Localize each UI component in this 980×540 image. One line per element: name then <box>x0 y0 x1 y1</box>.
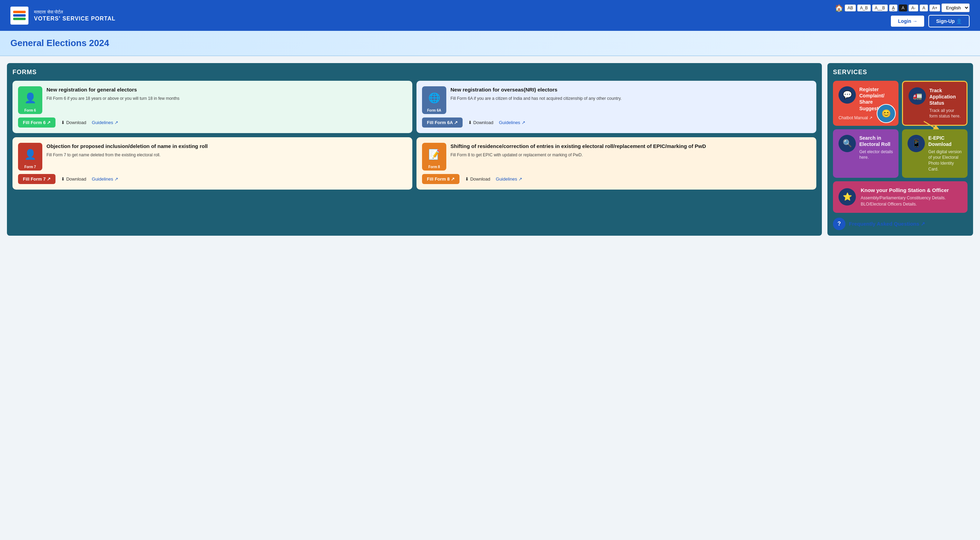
form7-icon-wrap: 👤 Form 7 <box>18 143 42 170</box>
form7-emoji: 👤 <box>24 149 37 160</box>
font-btn-ab-line[interactable]: A_B <box>857 5 871 11</box>
auth-buttons: Login → Sign-Up 👤 <box>890 15 970 27</box>
chatbot-character: 😊 <box>877 104 896 123</box>
form6-icon-wrap: 👤 Form 6 <box>18 86 42 114</box>
guidelines-form6a-link[interactable]: Guidelines ↗ <box>499 120 525 125</box>
fill-form8-button[interactable]: Fill Form 8 ↗ <box>422 174 460 184</box>
guidelines-form8-link[interactable]: Guidelines ↗ <box>496 176 522 182</box>
download-form6a-link[interactable]: ⬇ Download <box>468 120 493 125</box>
login-button[interactable]: Login → <box>890 15 925 27</box>
header-controls: 🏠 AB A_B A__B A̲ A A- A A+ English हिंदी… <box>835 3 970 27</box>
electoral-text: Search in Electoral Roll Get elector det… <box>859 135 893 160</box>
form6a-title: New registration for overseas(NRI) elect… <box>450 86 811 93</box>
form7-title: Objection for proposed inclusion/deletio… <box>46 143 407 150</box>
hindi-title: मतदाता सेवा पोर्टल <box>34 10 116 15</box>
fill-form6-button[interactable]: Fill Form 6 ↗ <box>18 118 56 127</box>
track-subtitle: Track all your form status here. <box>929 108 961 119</box>
form6a-desc: Fill Form 6A if you are a citizen of Ind… <box>450 95 811 102</box>
form6a-icon: 🌐 Form 6A <box>422 86 446 114</box>
download-form8-link[interactable]: ⬇ Download <box>465 176 490 182</box>
font-btn-a-plus[interactable]: A+ <box>929 5 940 11</box>
header-text: मतदाता सेवा पोर्टल VOTERS' SERVICE PORTA… <box>34 10 116 22</box>
fill-form6a-button[interactable]: Fill Form 6A ↗ <box>422 118 463 127</box>
electoral-icon: 🔍 <box>838 135 856 152</box>
complaint-icon: 💬 <box>838 86 856 104</box>
faq-link[interactable]: Frequently Asked Questions ↗ <box>849 221 925 227</box>
track-title: Track Application Status <box>929 87 961 106</box>
main-content: FORMS 👤 Form 6 New registration for gene… <box>0 56 980 243</box>
form6a-content: New registration for overseas(NRI) elect… <box>450 86 811 114</box>
logo <box>10 6 29 25</box>
header-left: मतदाता सेवा पोर्टल VOTERS' SERVICE PORTA… <box>10 6 116 25</box>
electoral-title: Search in Electoral Roll <box>859 135 893 147</box>
form6-card: 👤 Form 6 New registration for general el… <box>13 81 412 133</box>
forms-grid: 👤 Form 6 New registration for general el… <box>13 81 816 190</box>
faq-section: ? Frequently Asked Questions ↗ <box>833 218 967 230</box>
header: मतदाता सेवा पोर्टल VOTERS' SERVICE PORTA… <box>0 0 980 31</box>
form7-label: Form 7 <box>24 165 36 169</box>
font-controls: 🏠 AB A_B A__B A̲ A A- A A+ English हिंदी <box>835 3 970 12</box>
language-select[interactable]: English हिंदी <box>942 3 970 12</box>
epic-subtitle: Get digital version of your Electoral Ph… <box>928 149 962 172</box>
download-form6-link[interactable]: ⬇ Download <box>61 120 86 125</box>
font-btn-a-minus[interactable]: A- <box>908 5 918 11</box>
form6a-icon-wrap: 🌐 Form 6A <box>422 86 446 114</box>
banner-title: General Elections 2024 <box>10 38 970 49</box>
electoral-card[interactable]: 🔍 Search in Electoral Roll Get elector d… <box>833 129 899 178</box>
form6-content: New registration for general electors Fi… <box>46 86 407 114</box>
polling-title: Know your Polling Station & Officer <box>861 187 949 194</box>
epic-icon: 📱 <box>907 135 925 152</box>
form6a-card: 🌐 Form 6A New registration for overseas(… <box>417 81 816 133</box>
forms-section: FORMS 👤 Form 6 New registration for gene… <box>7 63 822 236</box>
form8-content: Shifting of residence/correction of entr… <box>450 143 811 170</box>
guidelines-form6-link[interactable]: Guidelines ↗ <box>92 120 118 125</box>
form7-desc: Fill Form 7 to get name deleted from the… <box>46 152 407 158</box>
english-title: VOTERS' SERVICE PORTAL <box>34 16 116 22</box>
fill-form7-button[interactable]: Fill Form 7 ↗ <box>18 174 56 184</box>
form6-icon: 👤 Form 6 <box>18 86 42 114</box>
polling-line1: Assembly/Parliamentary Constituency Deta… <box>861 195 949 201</box>
form8-icon-wrap: 📝 Form 8 <box>422 143 446 170</box>
polling-icon: ⭐ <box>838 188 856 205</box>
epic-card[interactable]: 📱 E-EPIC Download Get digital version of… <box>902 129 967 178</box>
form6-emoji: 👤 <box>24 92 37 104</box>
faq-icon: ? <box>833 218 845 230</box>
services-title: SERVICES <box>833 68 967 76</box>
form6-desc: Fill Form 6 if you are 18 years or above… <box>46 95 407 102</box>
services-grid: 💬 Register Complaint/ Share Suggestion C… <box>833 81 967 178</box>
font-btn-ab-dline[interactable]: A__B <box>872 5 888 11</box>
electoral-subtitle: Get elector details here. <box>859 149 893 161</box>
form7-icon: 👤 Form 7 <box>18 143 42 170</box>
form8-desc: Fill Form 8 to get EPIC with updated or … <box>450 152 811 158</box>
form8-icon: 📝 Form 8 <box>422 143 446 170</box>
epic-title: E-EPIC Download <box>928 135 962 147</box>
font-btn-ab[interactable]: AB <box>845 5 856 11</box>
form6-title: New registration for general electors <box>46 86 407 93</box>
form6a-emoji: 🌐 <box>428 92 441 104</box>
font-btn-a-under[interactable]: A̲ <box>889 5 897 11</box>
form7-content: Objection for proposed inclusion/deletio… <box>46 143 407 170</box>
signup-button[interactable]: Sign-Up 👤 <box>928 15 970 27</box>
complaint-card[interactable]: 💬 Register Complaint/ Share Suggestion C… <box>833 81 899 126</box>
form6-label: Form 6 <box>24 108 36 112</box>
home-icon[interactable]: 🏠 <box>835 4 843 12</box>
epic-text: E-EPIC Download Get digital version of y… <box>928 135 962 172</box>
guidelines-form7-link[interactable]: Guidelines ↗ <box>92 176 118 182</box>
font-btn-a-dark[interactable]: A <box>899 5 907 11</box>
track-icon: 🚛 <box>908 87 926 105</box>
form8-label: Form 8 <box>428 165 440 169</box>
form8-emoji: 📝 <box>428 149 441 160</box>
services-section: SERVICES 💬 Register Complaint/ Share Sug… <box>827 63 973 236</box>
form6a-label: Form 6A <box>427 108 441 112</box>
forms-title: FORMS <box>13 68 816 76</box>
font-btn-a-normal[interactable]: A <box>920 5 928 11</box>
polling-text: Know your Polling Station & Officer Asse… <box>861 187 949 208</box>
form8-card: 📝 Form 8 Shifting of residence/correctio… <box>417 137 816 190</box>
polling-card[interactable]: ⭐ Know your Polling Station & Officer As… <box>833 181 967 213</box>
track-card[interactable]: 🚛 Track Application Status Track all you… <box>902 81 967 126</box>
track-text: Track Application Status Track all your … <box>929 87 961 119</box>
form7-card: 👤 Form 7 Objection for proposed inclusio… <box>13 137 412 190</box>
form8-title: Shifting of residence/correction of entr… <box>450 143 811 150</box>
download-form7-link[interactable]: ⬇ Download <box>61 176 86 182</box>
banner: General Elections 2024 <box>0 31 980 56</box>
